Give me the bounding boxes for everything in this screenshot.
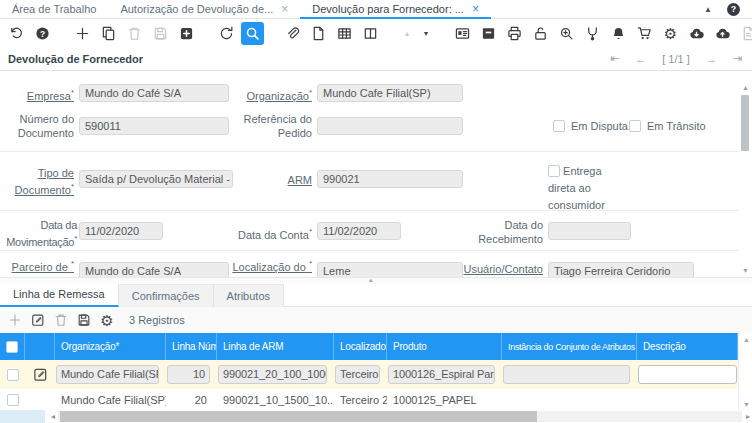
copy-button[interactable]	[97, 22, 120, 45]
column-header-organizacao[interactable]: Organização*	[55, 333, 166, 360]
data-conta-field[interactable]: 11/02/2020	[317, 222, 401, 240]
add-box-button[interactable]	[175, 22, 198, 45]
app-tab-2[interactable]: Devolução para Fornecedor: ...×	[300, 0, 491, 18]
app-tab-0[interactable]: Área de Trabalho	[0, 0, 108, 18]
last-page-icon[interactable]: ⇥	[733, 52, 742, 65]
pane-splitter[interactable]: ▴	[0, 277, 752, 284]
arm-field[interactable]: 990021	[317, 170, 463, 188]
scroll-up-icon[interactable]: ▲	[743, 336, 750, 343]
columns-button[interactable]	[359, 22, 382, 45]
cell-produto[interactable]: 1000125_PAPEL	[387, 394, 502, 406]
grid-settings-button[interactable]: ⚙	[97, 310, 117, 330]
app-tab-1[interactable]: Autorização de Devolução de...×	[108, 0, 300, 18]
caret-down-button[interactable]: ▾	[418, 22, 434, 45]
linha-arm-input[interactable]: 990021_20_100_100012	[218, 365, 327, 384]
linha-num-input[interactable]: 10	[167, 365, 210, 384]
settings-button[interactable]: ⚙	[659, 22, 682, 45]
table-row[interactable]: Mundo Cafe Filial(SP)20990021_10_1500_10…	[0, 389, 738, 410]
detail-tab-confirma-es[interactable]: Confirmações	[119, 284, 214, 307]
em-disputa-checkbox[interactable]	[553, 120, 565, 132]
localizador-input[interactable]: Terceiro	[335, 365, 380, 384]
organizacao-input[interactable]: Mundo Cafe Filial(SP)	[56, 365, 159, 384]
grid-save-button[interactable]	[74, 310, 94, 330]
localizacao-do-label[interactable]: Localização do *	[228, 257, 312, 274]
produto-input[interactable]: 1000126_Espiral Para	[388, 365, 495, 384]
refresh-button[interactable]	[215, 22, 238, 45]
prev-page-icon[interactable]: ←	[635, 53, 646, 65]
numero-documento-field[interactable]: 590011	[79, 117, 229, 135]
parceiro-de-field[interactable]: Mundo do Cafe S/A	[79, 262, 229, 277]
add-button[interactable]	[71, 22, 94, 45]
data-movimentacao-field[interactable]: 11/02/2020	[79, 222, 163, 240]
help-circle-button[interactable]: ?	[31, 22, 54, 45]
column-header-linha-arm[interactable]: Linha de ARM	[217, 333, 334, 360]
scroll-down-icon[interactable]: ▼	[743, 401, 750, 408]
column-header-instancia-atributos[interactable]: Instância do Conjunto de Atributos	[502, 333, 637, 360]
cell-linha-arm[interactable]: 990021_10_1500_10...	[217, 394, 334, 406]
column-header-linha-num[interactable]: Linha Núm.*	[166, 333, 217, 360]
edit-pencil-icon[interactable]	[33, 367, 48, 382]
undo-button[interactable]	[5, 22, 28, 45]
column-header-localizador[interactable]: Localizador*	[334, 333, 387, 360]
usuario-contato-label[interactable]: Usuário/Contato	[448, 262, 543, 276]
cell-organizacao[interactable]: Mundo Cafe Filial(SP)	[55, 394, 166, 406]
scrollbar-thumb[interactable]	[60, 411, 537, 422]
scroll-right-icon[interactable]: ▸	[746, 412, 750, 421]
bell-button[interactable]	[607, 22, 630, 45]
form-scrollbar-thumb[interactable]	[741, 95, 749, 151]
cloud-download-button[interactable]	[685, 22, 708, 45]
instancia-atributos-input[interactable]	[503, 365, 630, 384]
detail-tab-linha-de-remessa[interactable]: Linha de Remessa	[0, 284, 119, 307]
table-row[interactable]: Mundo Cafe Filial(SP)10990021_20_100_100…	[0, 360, 738, 389]
column-header-produto[interactable]: Produto	[387, 333, 502, 360]
next-page-icon[interactable]: →	[706, 53, 717, 65]
branch-button[interactable]	[581, 22, 604, 45]
scroll-down-icon[interactable]: ▼	[742, 267, 749, 274]
contact-card-button[interactable]	[451, 22, 474, 45]
unlock-button[interactable]	[529, 22, 552, 45]
grid-edit-button[interactable]	[28, 310, 48, 330]
parceiro-de-label[interactable]: Parceiro de *	[0, 257, 74, 274]
descricao-input[interactable]	[638, 365, 737, 384]
archive-button[interactable]	[477, 22, 500, 45]
splitter-caret-icon[interactable]: ▴	[369, 276, 373, 284]
cell-linha-num[interactable]: 20	[166, 394, 217, 406]
first-page-icon[interactable]: ⇤	[610, 52, 619, 65]
select-all-checkbox[interactable]	[6, 341, 18, 353]
row-checkbox[interactable]	[7, 394, 19, 406]
data-recebimento-field[interactable]	[548, 222, 631, 240]
form-scrollbar[interactable]: ▲ ▼	[740, 84, 751, 274]
detail-tab-atributos[interactable]: Atributos	[214, 284, 284, 307]
tipo-documento-label[interactable]: Tipo de Documento*	[0, 166, 74, 197]
usuario-contato-field[interactable]: Tiago Ferreira Ceridorio	[548, 262, 694, 277]
help-icon[interactable]: ?	[727, 3, 740, 16]
referencia-pedido-field[interactable]	[317, 117, 463, 135]
attachment-button[interactable]	[281, 22, 304, 45]
grid-horizontal-scrollbar[interactable]: ◂ ▸	[0, 410, 752, 423]
table-button[interactable]	[333, 22, 356, 45]
scroll-up-icon[interactable]: ▲	[742, 84, 749, 91]
organizacao-label[interactable]: Organização*	[228, 86, 312, 103]
tipo-documento-field[interactable]: Saída p/ Devolução Material - (Ori	[79, 170, 233, 188]
document-button[interactable]	[307, 22, 330, 45]
column-header-descricao[interactable]: Descrição	[637, 333, 738, 360]
localizacao-do-field[interactable]: Leme	[317, 262, 463, 277]
search-button[interactable]	[241, 22, 264, 45]
arm-label[interactable]: ARM	[228, 173, 312, 187]
close-icon[interactable]: ×	[281, 3, 288, 15]
empresa-label[interactable]: Empresa*	[0, 86, 74, 103]
collapse-caret-icon[interactable]: ▲	[704, 5, 712, 14]
empresa-field[interactable]: Mundo do Café S/A	[79, 84, 229, 102]
print-button[interactable]	[503, 22, 526, 45]
em-transito-checkbox[interactable]	[629, 120, 641, 132]
row-edit-cell[interactable]	[25, 367, 55, 382]
entrega-direta-checkbox[interactable]	[548, 165, 560, 177]
cloud-upload-button[interactable]	[711, 22, 734, 45]
cell-localizador[interactable]: Terceiro 2	[334, 394, 387, 406]
cart-button[interactable]	[633, 22, 656, 45]
close-icon[interactable]: ×	[472, 3, 479, 15]
organizacao-field[interactable]: Mundo Cafe Filial(SP)	[317, 84, 463, 102]
scroll-left-icon[interactable]: ◂	[51, 412, 55, 421]
zoom-in-button[interactable]	[555, 22, 578, 45]
row-checkbox[interactable]	[7, 369, 19, 381]
